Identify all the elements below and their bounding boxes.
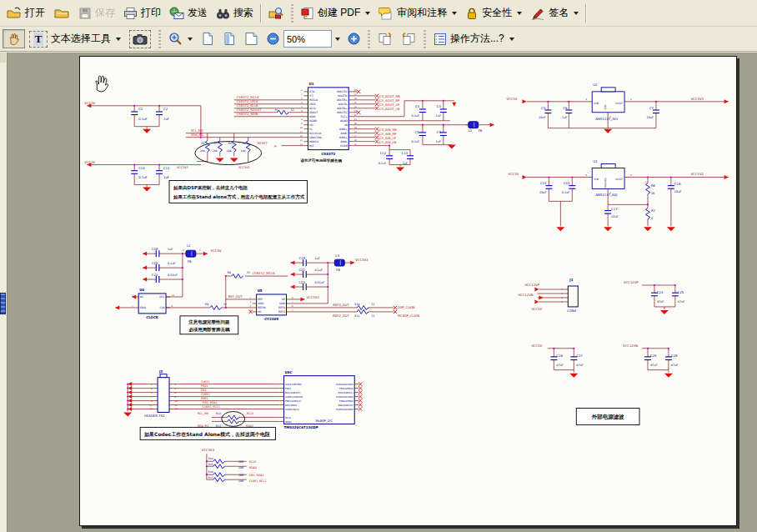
open-recent-button[interactable] [49, 4, 74, 23]
sign-button[interactable]: 签名 [526, 3, 583, 23]
svg-text:VCC5V: VCC5V [211, 248, 222, 253]
svg-text:0.1uF: 0.1uF [411, 114, 419, 118]
svg-text:0.1uF: 0.1uF [314, 269, 323, 272]
zoom-level-input[interactable] [283, 30, 332, 48]
svg-text:FB: FB [336, 268, 340, 272]
svg-text:FILT+: FILT+ [341, 115, 348, 118]
organizer-button[interactable] [264, 4, 288, 23]
open-button[interactable]: 打开 [3, 3, 49, 23]
svg-text:VCC12VP: VCC12VP [624, 280, 639, 284]
print-button[interactable]: 打印 [119, 3, 165, 23]
svg-text:AMS1117_ADJ: AMS1117_ADJ [595, 193, 617, 197]
svg-text:C25: C25 [678, 290, 684, 294]
actual-size-icon [201, 32, 214, 46]
svg-text:C21: C21 [298, 268, 305, 272]
security-button[interactable]: 安全性 [461, 3, 526, 23]
search-button[interactable]: 搜索 [212, 3, 258, 23]
create-pdf-button[interactable]: 创建 PDF [297, 3, 374, 23]
svg-text:FSR1/AXR0[7]: FSR1/AXR0[7] [285, 399, 301, 403]
svg-text:11: 11 [149, 404, 153, 407]
svg-text:VIN: VIN [594, 102, 599, 105]
svg-text:L3: L3 [335, 253, 339, 258]
chevron-down-icon[interactable] [509, 38, 514, 41]
svg-text:2: 2 [174, 384, 176, 386]
text-select-tool-button[interactable]: T 文本选择工具 [25, 28, 125, 50]
snapshot-tool-button[interactable] [125, 28, 155, 51]
svg-text:CLKS0/ACLKR0: CLKS0/ACLKR0 [336, 408, 353, 411]
review-comment-button[interactable]: 审阅和注释 [374, 3, 461, 23]
svg-text:20uF: 20uF [539, 116, 545, 119]
fit-page-button[interactable] [218, 29, 240, 48]
chevron-down-icon[interactable] [188, 38, 193, 41]
open-folder-icon [7, 7, 22, 20]
separator [585, 4, 587, 23]
svg-text:C18: C18 [152, 247, 158, 251]
toolbar-grip[interactable] [368, 30, 370, 48]
svg-text:VIN: VIN [594, 178, 599, 181]
svg-text:J1: J1 [569, 278, 573, 282]
svg-text:C11: C11 [163, 166, 170, 170]
zoom-dropdown-icon[interactable] [335, 38, 340, 41]
svg-text:3: 3 [151, 388, 153, 390]
svg-text:VCC1V2: VCC1V2 [691, 172, 704, 176]
svg-text:FSX0/AFSX0: FSX0/AFSX0 [339, 387, 353, 390]
svg-text:该芯片可用局部管脚去耦: 该芯片可用局部管脚去耦 [299, 158, 342, 163]
svg-text:AOUTA+: AOUTA+ [337, 107, 348, 110]
svg-text:SDA_M1: SDA_M1 [198, 424, 209, 428]
actual-size-button[interactable] [197, 29, 218, 48]
search-label: 搜索 [233, 6, 253, 20]
toolbar-grip[interactable] [158, 30, 161, 48]
svg-text:BMUTEC: BMUTEC [337, 90, 348, 93]
fit-width-icon [244, 32, 258, 46]
fit-width-button[interactable] [240, 29, 263, 48]
send-button[interactable]: 发送 [165, 3, 212, 23]
zoom-tool-button[interactable] [164, 29, 197, 48]
toolbar-grip[interactable] [291, 4, 293, 23]
svg-text:CLKR1/AXR0[6]: CLKR1/AXR0[6] [285, 395, 303, 399]
chevron-down-icon[interactable] [517, 12, 522, 15]
hand-tool-button[interactable] [3, 29, 25, 48]
svg-text:AOUTA-: AOUTA- [338, 103, 348, 106]
send-label: 发送 [188, 6, 208, 20]
chevron-down-icon[interactable] [116, 38, 121, 41]
chevron-down-icon[interactable] [574, 12, 579, 15]
chevron-down-icon[interactable] [365, 12, 370, 15]
svg-text:1uF: 1uF [436, 114, 441, 118]
svg-text:1uF: 1uF [168, 248, 173, 251]
svg-text:DR1_SDA1: DR1_SDA1 [249, 474, 264, 477]
svg-text:RESET: RESET [258, 141, 268, 145]
svg-text:R10: R10 [354, 303, 359, 306]
previous-view-button[interactable] [373, 30, 397, 48]
navigation-tab-icon[interactable] [0, 293, 6, 314]
toolbar-grip[interactable] [424, 30, 426, 48]
svg-text:SDA0: SDA0 [246, 424, 253, 428]
svg-text:VCC3V3: VCC3V3 [202, 448, 215, 452]
howto-button[interactable]: 操作方法...? [429, 29, 519, 48]
save-button[interactable]: 保存 [74, 3, 119, 23]
svg-text:27: 27 [354, 93, 358, 96]
next-view-button[interactable] [397, 30, 420, 48]
zoom-out-button[interactable] [263, 30, 283, 48]
svg-text:1uF: 1uF [314, 257, 319, 260]
svg-text:10K: 10K [238, 460, 244, 464]
svg-text:REF4: REF4 [278, 306, 285, 309]
svg-text:REF4_OUT: REF4_OUT [333, 303, 349, 307]
svg-text:2: 2 [183, 248, 184, 252]
svg-text:2: 2 [301, 93, 303, 96]
svg-text:RST: RST [309, 144, 314, 148]
svg-text:OE: OE [282, 298, 286, 301]
howto-list-icon [434, 33, 447, 46]
sign-pen-icon [530, 7, 545, 20]
svg-text:C10: C10 [138, 166, 145, 170]
create-pdf-label: 创建 PDF [318, 6, 360, 20]
svg-text:DR1_SDA1: DR1_SDA1 [203, 401, 218, 404]
svg-text:FSR0/AFSR0: FSR0/AFSR0 [339, 399, 353, 403]
svg-text:HEADER 7X2: HEADER 7X2 [144, 414, 165, 418]
svg-text:GND: GND [140, 306, 147, 309]
svg-text:14: 14 [174, 408, 178, 410]
chevron-down-icon[interactable] [452, 12, 457, 15]
navigation-rail[interactable] [0, 53, 8, 532]
svg-text:TMS320C6713GDP: TMS320C6713GDP [284, 425, 318, 429]
zoom-in-button[interactable] [343, 30, 364, 48]
svg-text:22: 22 [354, 114, 358, 117]
